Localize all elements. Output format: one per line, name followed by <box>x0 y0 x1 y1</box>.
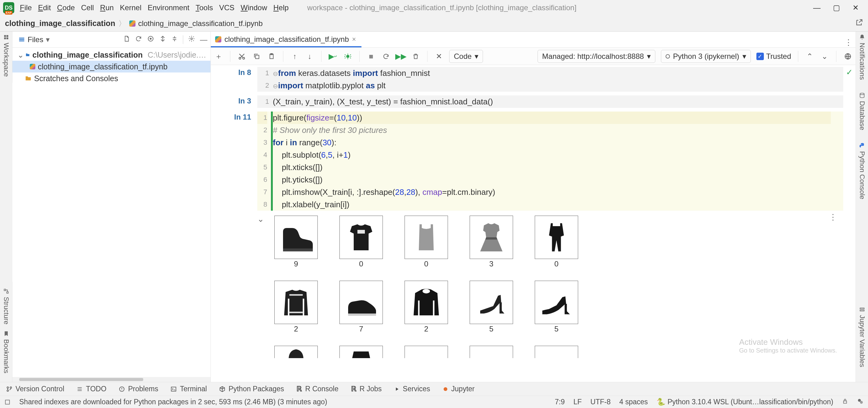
todo-tool-button[interactable]: TODO <box>76 385 106 393</box>
output-image: 3 <box>465 216 518 268</box>
menu-window[interactable]: Window <box>241 3 267 12</box>
problems-tool-button[interactable]: Problems <box>119 385 158 393</box>
menu-vcs[interactable]: VCS <box>219 3 235 12</box>
menu-file[interactable]: File <box>20 3 32 12</box>
editor-tabs: clothing_image_classification_tf.ipynb ×… <box>211 32 856 48</box>
bottom-tool-buttons: Version Control TODO Problems Terminal P… <box>0 382 868 396</box>
jupyter-variables-tool-button[interactable]: Jupyter Variables <box>858 306 866 367</box>
new-file-icon[interactable] <box>123 35 130 44</box>
editor-tab-label: clothing_image_classification_tf.ipynb <box>224 35 349 44</box>
output-image: 5 <box>530 281 583 333</box>
cell-type-dropdown[interactable]: Code▾ <box>449 50 483 63</box>
settings-icon[interactable] <box>188 35 195 44</box>
app-logo: DS <box>3 2 14 13</box>
status-encoding[interactable]: UTF-8 <box>591 398 611 406</box>
services-tool-button[interactable]: Services <box>394 385 430 393</box>
minimize-button[interactable]: — <box>813 3 820 12</box>
menu-kernel[interactable]: Kernel <box>120 3 142 12</box>
status-cursor-position[interactable]: 7:9 <box>555 398 565 406</box>
jupyter-tool-button[interactable]: Jupyter <box>443 385 475 393</box>
close-icon[interactable]: ✕ <box>434 52 444 61</box>
version-control-tool-button[interactable]: Version Control <box>6 385 64 393</box>
open-in-browser-icon[interactable] <box>843 53 852 60</box>
project-tree: ⌄ clothing_image_classification C:\Users… <box>12 48 211 377</box>
notebook-scroll[interactable]: In 8 12 ⊖from keras.datasets import fash… <box>211 65 843 382</box>
menu-edit[interactable]: Edit <box>38 3 51 12</box>
output-image-partial <box>530 346 583 358</box>
svg-rect-2 <box>4 37 6 39</box>
project-view-selector[interactable]: Files ▾ <box>16 34 52 45</box>
svg-rect-21 <box>289 312 303 313</box>
nav-prev-icon[interactable]: ⌃ <box>805 52 814 61</box>
move-cell-down-icon[interactable]: ↓ <box>305 52 314 61</box>
tree-notebook-file[interactable]: clothing_image_classification_tf.ipynb <box>12 61 211 72</box>
menu-help[interactable]: Help <box>273 3 289 12</box>
code-cell[interactable]: In 3 1 (X_train, y_train), (X_test, y_te… <box>211 94 843 110</box>
kernel-dropdown[interactable]: Python 3 (ipykernel)▾ <box>661 50 750 63</box>
run-all-icon[interactable]: ▶▶ <box>396 52 405 61</box>
output-menu-icon[interactable]: ⋮ <box>829 212 843 358</box>
cell-prompt: In 3 <box>211 95 257 108</box>
interrupt-kernel-icon[interactable]: ■ <box>366 52 376 61</box>
bookmarks-tool-button[interactable]: Bookmarks <box>2 331 10 373</box>
status-line-sep[interactable]: LF <box>574 398 582 406</box>
status-process-icon[interactable] <box>857 398 864 406</box>
r-console-tool-button[interactable]: ℝR Console <box>297 385 338 393</box>
refresh-icon[interactable] <box>135 35 142 44</box>
status-toggle-icon[interactable] <box>4 399 10 405</box>
breadcrumb-project[interactable]: clothing_image_classification <box>5 19 115 28</box>
copy-cell-icon[interactable] <box>252 53 261 60</box>
workspace-tool-button[interactable]: Workspace <box>2 34 10 77</box>
move-cell-up-icon[interactable]: ↑ <box>290 52 300 61</box>
delete-cell-icon[interactable] <box>411 53 421 60</box>
notebook-body: In 8 12 ⊖from keras.datasets import fash… <box>211 65 856 382</box>
cut-cell-icon[interactable] <box>237 53 246 60</box>
status-lock-icon[interactable] <box>842 398 848 406</box>
editor-tabs-menu[interactable]: ⋮ <box>844 38 856 47</box>
menu-cell[interactable]: Cell <box>81 3 94 12</box>
menu-environment[interactable]: Environment <box>148 3 189 12</box>
scroll-to-source-icon[interactable] <box>147 35 154 44</box>
paste-cell-icon[interactable] <box>267 53 276 60</box>
breadcrumb-file[interactable]: clothing_image_classification_tf.ipynb <box>138 19 263 28</box>
menu-tools[interactable]: Tools <box>196 3 213 12</box>
open-in-new-window-icon[interactable] <box>855 19 863 29</box>
status-indent[interactable]: 4 spaces <box>619 398 648 406</box>
nav-next-icon[interactable]: ⌄ <box>820 52 829 61</box>
close-button[interactable]: ✕ <box>852 3 859 12</box>
maximize-button[interactable]: ▢ <box>833 3 840 12</box>
terminal-tool-button[interactable]: Terminal <box>170 385 207 393</box>
database-tool-button[interactable]: Database <box>858 92 866 130</box>
menu-code[interactable]: Code <box>57 3 75 12</box>
code-cell[interactable]: In 8 12 ⊖from keras.datasets import fash… <box>211 65 843 94</box>
expand-all-icon[interactable] <box>159 35 166 44</box>
tree-root[interactable]: ⌄ clothing_image_classification C:\Users… <box>12 49 211 61</box>
tab-close-icon[interactable]: × <box>352 35 356 43</box>
jupyter-server-dropdown[interactable]: Managed: http://localhost:8888▾ <box>537 50 655 63</box>
status-interpreter[interactable]: 🐍 Python 3.10.4 WSL (Ubunt…lassification… <box>657 398 833 406</box>
r-jobs-tool-button[interactable]: ℝR Jobs <box>351 385 382 393</box>
output-image: 9 <box>270 216 322 268</box>
notifications-tool-button[interactable]: Notifications <box>858 34 866 80</box>
restart-kernel-icon[interactable] <box>381 53 391 60</box>
debug-cell-icon[interactable] <box>343 53 352 60</box>
editor-tab-active[interactable]: clothing_image_classification_tf.ipynb × <box>211 32 362 47</box>
add-cell-button[interactable]: ＋ <box>214 52 223 61</box>
menu-run[interactable]: Run <box>100 3 114 12</box>
svg-rect-27 <box>860 310 864 311</box>
run-cell-icon[interactable]: ▶↵ <box>328 52 338 61</box>
code-cell-active[interactable]: In 11 12345678 plt.figure(figsize=(10,10… <box>211 110 843 212</box>
output-collapse-icon[interactable]: ⌄ <box>257 212 267 358</box>
project-horizontal-scrollbar[interactable] <box>12 377 211 382</box>
output-image: 0 <box>530 216 583 268</box>
svg-rect-14 <box>255 55 259 59</box>
trusted-checkbox[interactable]: ✓Trusted <box>756 52 791 61</box>
tree-scratches[interactable]: Scratches and Consoles <box>12 72 211 84</box>
structure-tool-button[interactable]: Structure <box>2 288 10 325</box>
inspections-ok-icon[interactable]: ✓ <box>846 68 853 77</box>
svg-point-28 <box>7 387 9 388</box>
python-packages-tool-button[interactable]: Python Packages <box>219 385 284 393</box>
collapse-all-icon[interactable] <box>171 35 178 44</box>
hide-panel-icon[interactable]: — <box>200 35 207 44</box>
python-console-tool-button[interactable]: Python Console <box>858 142 866 199</box>
